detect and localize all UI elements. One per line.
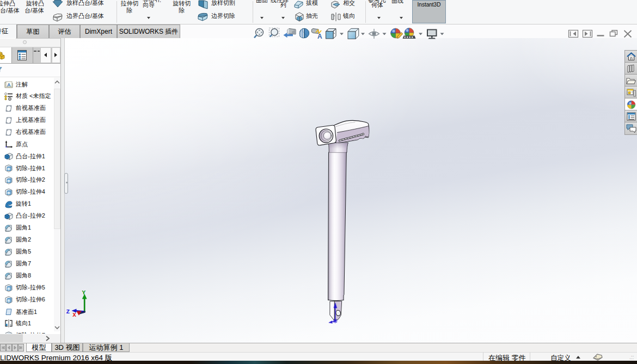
svg-text:X: X [72, 312, 76, 318]
svg-text:Z: Z [66, 309, 70, 315]
svg-text:Y: Y [82, 289, 86, 296]
svg-text:A: A [7, 82, 11, 88]
svg-text:A: A [317, 33, 322, 40]
